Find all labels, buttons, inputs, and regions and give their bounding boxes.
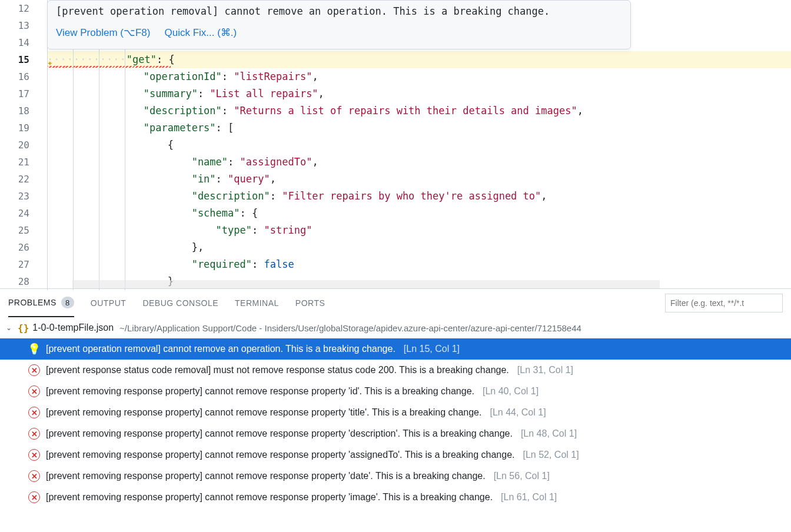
problems-file-name: 1-0-0-tempFile.json <box>32 322 114 333</box>
problem-location: [Ln 52, Col 1] <box>523 450 579 460</box>
problem-message: [prevent removing response property] can… <box>46 428 513 439</box>
panel-tabs: PROBLEMS 8 OUTPUT DEBUG CONSOLE TERMINAL… <box>0 289 791 317</box>
code-line[interactable]: "operationId": "listRepairs", <box>47 68 791 85</box>
problems-list: ⌄ {} 1-0-0-tempFile.json ~/Library/Appli… <box>0 317 791 532</box>
error-icon: ✕ <box>28 449 40 461</box>
line-number: 28 <box>0 273 47 290</box>
line-number: 12 <box>0 0 47 17</box>
problem-message: [prevent response status code removal] m… <box>46 365 509 375</box>
code-line[interactable]: "summary": "List all repairs", <box>47 85 791 102</box>
error-icon: ✕ <box>28 470 40 482</box>
problem-message: [prevent operation removal] cannot remov… <box>46 344 396 354</box>
line-number: 23 <box>0 188 47 205</box>
problem-row[interactable]: ✕[prevent removing response property] ca… <box>0 402 791 423</box>
problem-location: [Ln 31, Col 1] <box>517 365 573 375</box>
line-number: 19 <box>0 119 47 137</box>
problem-location: [Ln 40, Col 1] <box>483 386 539 397</box>
tab-problems-label: PROBLEMS <box>8 298 56 307</box>
problem-location: [Ln 61, Col 1] <box>501 492 557 503</box>
code-line[interactable]: "name": "assignedTo", <box>47 154 791 171</box>
problems-file-path: ~/Library/Application Support/Code - Ins… <box>119 323 581 333</box>
tab-terminal[interactable]: TERMINAL <box>235 289 279 317</box>
hover-tooltip: [prevent operation removal] cannot remov… <box>47 0 631 49</box>
problem-row[interactable]: ✕[prevent removing response property] ca… <box>0 466 791 487</box>
problem-row[interactable]: ✕[prevent removing response property] ca… <box>0 444 791 466</box>
code-line[interactable]: "description": "Filter repairs by who th… <box>47 188 791 205</box>
problems-count-badge: 8 <box>61 297 74 308</box>
tab-output[interactable]: OUTPUT <box>91 289 127 317</box>
code-line[interactable]: "schema": { <box>47 205 791 222</box>
code-line[interactable]: "in": "query", <box>47 171 791 188</box>
problems-filter-input[interactable] <box>665 294 783 312</box>
error-icon: ✕ <box>28 491 40 503</box>
problems-file-row[interactable]: ⌄ {} 1-0-0-tempFile.json ~/Library/Appli… <box>0 317 791 338</box>
problem-location: [Ln 44, Col 1] <box>490 407 546 418</box>
line-number: 24 <box>0 205 47 222</box>
code-line[interactable]: "type": "string" <box>47 222 791 239</box>
horizontal-scrollbar[interactable] <box>72 280 660 288</box>
problem-location: [Ln 56, Col 1] <box>494 471 550 481</box>
tab-problems[interactable]: PROBLEMS 8 <box>8 289 74 317</box>
error-icon: ✕ <box>28 385 40 397</box>
problem-message: [prevent removing response property] can… <box>46 492 493 503</box>
line-number-gutter: 1213141516171819202122232425262728 <box>0 0 47 290</box>
code-line[interactable]: "parameters": [ <box>47 119 791 137</box>
view-problem-link[interactable]: View Problem (⌥F8) <box>56 26 150 39</box>
line-number: 22 <box>0 171 47 188</box>
line-number: 14 <box>0 34 47 51</box>
problem-message: [prevent removing response property] can… <box>46 450 514 460</box>
editor-area[interactable]: [prevent operation removal] cannot remov… <box>0 0 791 288</box>
code-line[interactable]: "required": false <box>47 256 791 273</box>
code-line[interactable]: { <box>47 137 791 154</box>
problem-message: [prevent removing response property] can… <box>46 386 474 397</box>
hover-message: [prevent operation removal] cannot remov… <box>48 1 630 22</box>
code-line[interactable]: }, <box>47 239 791 256</box>
problem-message: [prevent removing response property] can… <box>46 471 486 481</box>
code-line[interactable]: ✦············"get": { <box>47 51 791 68</box>
line-number: 15 <box>0 51 47 68</box>
problem-row[interactable]: 💡[prevent operation removal] cannot remo… <box>0 338 791 360</box>
lightbulb-icon: 💡 <box>28 343 40 355</box>
line-number: 21 <box>0 154 47 171</box>
tab-ports[interactable]: PORTS <box>295 289 325 317</box>
line-number: 16 <box>0 68 47 85</box>
error-squiggle <box>47 66 171 68</box>
problem-message: [prevent removing response property] can… <box>46 407 481 418</box>
line-number: 18 <box>0 102 47 119</box>
line-number: 26 <box>0 239 47 256</box>
problem-row[interactable]: ✕[prevent removing response property] ca… <box>0 487 791 508</box>
problem-location: [Ln 48, Col 1] <box>521 428 577 439</box>
code-line[interactable]: "description": "Returns a list of repair… <box>47 102 791 119</box>
quick-fix-link[interactable]: Quick Fix... (⌘.) <box>164 26 237 39</box>
problem-row[interactable]: ✕[prevent removing response property] ca… <box>0 423 791 444</box>
error-icon: ✕ <box>28 428 40 440</box>
tab-debug-console[interactable]: DEBUG CONSOLE <box>142 289 218 317</box>
line-number: 20 <box>0 137 47 154</box>
chevron-down-icon[interactable]: ⌄ <box>6 324 14 332</box>
line-number: 17 <box>0 85 47 102</box>
error-icon: ✕ <box>28 407 40 418</box>
problem-row[interactable]: ✕[prevent response status code removal] … <box>0 360 791 381</box>
bottom-panel: PROBLEMS 8 OUTPUT DEBUG CONSOLE TERMINAL… <box>0 288 791 532</box>
error-icon: ✕ <box>28 364 40 376</box>
line-number: 27 <box>0 256 47 273</box>
json-file-icon: {} <box>18 322 29 334</box>
line-number: 25 <box>0 222 47 239</box>
problem-location: [Ln 15, Col 1] <box>404 344 460 354</box>
line-number: 13 <box>0 17 47 34</box>
problem-row[interactable]: ✕[prevent removing response property] ca… <box>0 381 791 402</box>
